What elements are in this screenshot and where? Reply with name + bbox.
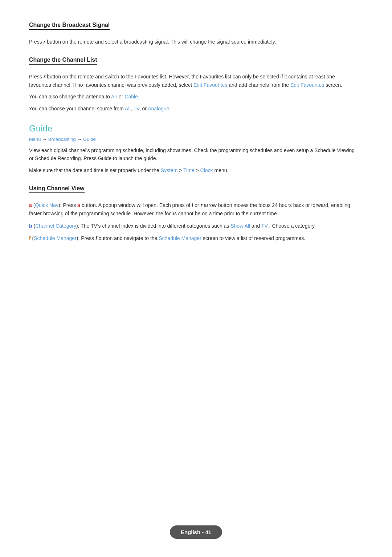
schedule-manager-link-1[interactable]: Schedule Manager bbox=[34, 235, 77, 241]
cl-p2-mid: or bbox=[117, 94, 124, 99]
using-channel-view-heading: Using Channel View bbox=[29, 185, 85, 193]
channel-list-para1: Press r button on the remote and switch … bbox=[29, 73, 356, 89]
cl-p3-end: . bbox=[169, 106, 171, 111]
bullet-f-after: : Press bbox=[78, 235, 95, 241]
guide-p2-sep2: > bbox=[195, 167, 200, 173]
tv-category-link[interactable]: TV bbox=[261, 223, 268, 229]
time-link[interactable]: Time bbox=[183, 167, 195, 173]
section-broadcast-signal: Change the Broadcast Signal Press r butt… bbox=[29, 22, 356, 46]
bullet-f-block: f (Schedule Manager): Press f button and… bbox=[29, 234, 356, 242]
section-guide: Guide Menu → Broadcasting → Guide View e… bbox=[29, 123, 356, 174]
bullet-f-mid: button and navigate to the bbox=[97, 235, 159, 241]
breadcrumb-arrow2: → bbox=[77, 137, 83, 142]
guide-p2-end: menu. bbox=[213, 167, 229, 173]
cl-p2-end: . bbox=[138, 94, 139, 99]
cable-link[interactable]: Cable bbox=[124, 94, 138, 99]
bullet-a-text: a (Quick Nav): Press a button. A popup w… bbox=[29, 201, 356, 217]
cl-p1-mid: and add channels from the bbox=[227, 82, 290, 88]
page-container: Change the Broadcast Signal Press r butt… bbox=[0, 0, 392, 557]
broadcast-signal-text-before: Press bbox=[29, 39, 44, 45]
air-link[interactable]: Air bbox=[111, 94, 117, 99]
show-all-link[interactable]: Show All bbox=[230, 223, 250, 229]
edit-favourites-link-2[interactable]: Edit Favourites bbox=[290, 82, 324, 88]
bullet-b-label: b bbox=[29, 223, 32, 229]
cl-p3-sep2: , or bbox=[139, 106, 148, 111]
system-link[interactable]: System bbox=[161, 167, 178, 173]
bullet-a-bold-key: a bbox=[77, 202, 80, 208]
bullet-b-text: b (Channel Category): The TV's channel i… bbox=[29, 222, 356, 230]
cl-p1-end: screen. bbox=[324, 82, 342, 88]
breadcrumb-guide[interactable]: Guide bbox=[83, 137, 96, 142]
bullet-b-end: . Choose a category. bbox=[268, 223, 316, 229]
clock-link[interactable]: Clock bbox=[200, 167, 213, 173]
breadcrumb-arrow1: → bbox=[42, 137, 48, 142]
bullet-a-before-bold: : Press bbox=[60, 202, 77, 208]
bullet-a-label: a bbox=[29, 202, 32, 208]
broadcast-signal-body: Press r button on the remote and select … bbox=[29, 38, 356, 46]
tv-link[interactable]: TV bbox=[133, 106, 139, 111]
channel-list-heading: Change the Channel List bbox=[29, 57, 97, 65]
bullet-b-block: b (Channel Category): The TV's channel i… bbox=[29, 222, 356, 230]
guide-heading: Guide bbox=[29, 123, 356, 134]
channel-list-para2: You can also change the antenna to Air o… bbox=[29, 93, 356, 101]
broadcast-signal-text-after: button on the remote and select a broadc… bbox=[45, 39, 276, 45]
guide-p2-before: Make sure that the date and time is set … bbox=[29, 167, 161, 173]
bullet-a-after: button. A popup window will open. Each p… bbox=[80, 202, 192, 208]
bullet-b-after: : The TV's channel index is divided into… bbox=[78, 223, 231, 229]
analogue-link[interactable]: Analogue bbox=[148, 106, 169, 111]
quick-nav-link[interactable]: Quick Nav bbox=[35, 202, 58, 208]
guide-para2: Make sure that the date and time is set … bbox=[29, 166, 356, 174]
guide-p2-sep1: > bbox=[177, 167, 183, 173]
broadcast-signal-heading: Change the Broadcast Signal bbox=[29, 22, 110, 30]
bullet-f-end: screen to view a list of reserved progra… bbox=[201, 235, 305, 241]
content-area: Change the Broadcast Signal Press r butt… bbox=[29, 22, 356, 243]
schedule-manager-link-2[interactable]: Schedule Manager bbox=[159, 235, 201, 241]
bullet-b-mid: and bbox=[250, 223, 261, 229]
section-channel-list: Change the Channel List Press r button o… bbox=[29, 57, 356, 113]
cl-p2-before: You can also change the antenna to bbox=[29, 94, 111, 99]
cl-p3-before: You can choose your channel source from bbox=[29, 106, 125, 111]
breadcrumb-broadcasting[interactable]: Broadcasting bbox=[48, 137, 76, 142]
edit-favourites-link-1[interactable]: Edit Favourites bbox=[193, 82, 227, 88]
channel-list-para3: You can choose your channel source from … bbox=[29, 105, 356, 113]
bullet-f-label: f bbox=[29, 235, 31, 241]
all-link[interactable]: All bbox=[125, 106, 131, 111]
footer-label: English - 41 bbox=[170, 525, 222, 539]
cl-p1-before: Press bbox=[29, 74, 44, 80]
bullet-a-block: a (Quick Nav): Press a button. A popup w… bbox=[29, 201, 356, 217]
bullet-a-mid: or bbox=[193, 202, 200, 208]
section-using-channel-view: Using Channel View a (Quick Nav): Press … bbox=[29, 185, 356, 243]
breadcrumb-menu[interactable]: Menu bbox=[29, 137, 41, 142]
breadcrumb: Menu → Broadcasting → Guide bbox=[29, 137, 356, 142]
bullet-f-text: f (Schedule Manager): Press f button and… bbox=[29, 234, 356, 242]
channel-category-link[interactable]: Channel Category bbox=[35, 223, 76, 229]
guide-para1: View each digital channel's programming … bbox=[29, 146, 356, 163]
